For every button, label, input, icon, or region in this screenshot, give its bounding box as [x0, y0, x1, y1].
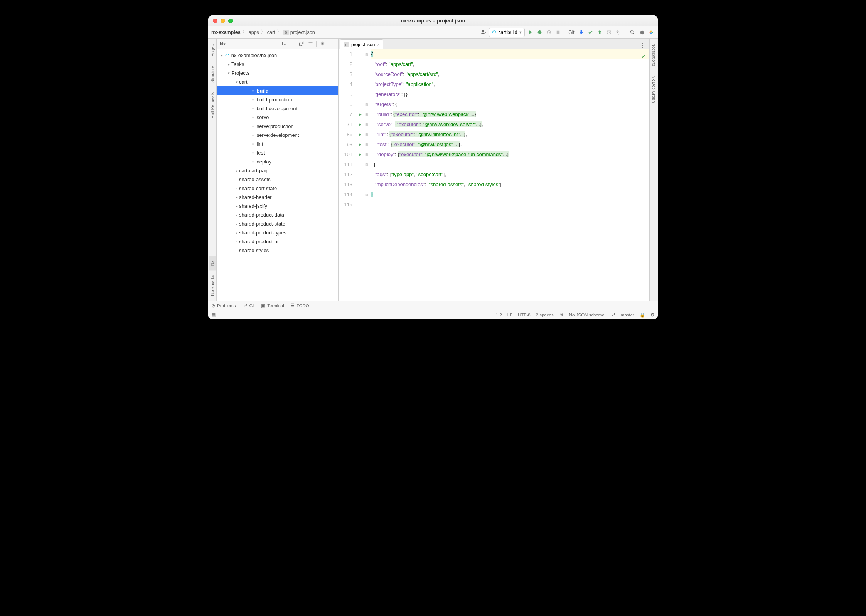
tree-target[interactable]: ○ test	[217, 148, 338, 157]
status-encoding[interactable]: UTF-8	[518, 313, 531, 317]
lock-icon[interactable]: 🔒	[640, 312, 645, 318]
gear-icon[interactable]	[319, 40, 326, 47]
history-icon[interactable]	[605, 29, 613, 36]
rail-tab-notifications[interactable]: Notifications	[651, 39, 657, 71]
tree-target[interactable]: ○ deploy	[217, 157, 338, 166]
tree-project[interactable]: ▸shared-header	[217, 193, 338, 202]
rollback-icon[interactable]	[614, 29, 622, 36]
tree-project[interactable]: ▸shared-product-ui	[217, 237, 338, 246]
rail-tab-bookmarks[interactable]: Bookmarks	[209, 270, 216, 301]
run-gutter-icon[interactable]: ▶	[356, 119, 364, 130]
gutter-line-numbers: 1234567718693101111112113114115	[339, 49, 356, 301]
status-indent[interactable]: 2 spaces	[536, 313, 554, 317]
ide-window: nx-examples – project.json nx-examples 〉…	[208, 15, 658, 319]
code-content[interactable]: { "root": "apps/cart", "sourceRoot": "ap…	[369, 49, 649, 301]
inspection-ok-icon[interactable]: ✔	[641, 52, 645, 62]
project-tree[interactable]: ▾ nx-examples/nx.json ▸Tasks ▾Projects ▾…	[217, 49, 338, 301]
run-config-label: cart:build	[499, 30, 517, 35]
tree-project[interactable]: shared-styles	[217, 246, 338, 255]
tree-root[interactable]: ▾ nx-examples/nx.json	[217, 51, 338, 60]
sync-icon[interactable]: ⚙	[650, 312, 655, 318]
status-caret-pos[interactable]: 1:2	[496, 313, 502, 317]
status-line-sep[interactable]: LF	[507, 313, 512, 317]
search-icon[interactable]	[628, 29, 636, 36]
tree-project[interactable]: ▸cart-cart-page	[217, 166, 338, 175]
status-bar: ▤ 1:2 LF UTF-8 2 spaces 🖺 No JSON schema…	[208, 310, 658, 319]
run-icon[interactable]	[526, 29, 534, 36]
settings-icon[interactable]	[638, 29, 645, 36]
right-tool-rail: Notifications Nx Dep Graph	[649, 39, 658, 301]
close-tab-icon[interactable]: ×	[377, 42, 379, 47]
rail-tab-nx-dep-graph[interactable]: Nx Dep Graph	[651, 71, 657, 107]
main-area: Project Structure Pull Requests Nx Bookm…	[208, 39, 658, 301]
tree-project[interactable]: ▸shared-product-state	[217, 219, 338, 228]
code-editor[interactable]: 1234567718693101111112113114115 ▶ ▶ ▶ ▶ …	[339, 49, 649, 301]
breadcrumb-item[interactable]: cart	[267, 30, 275, 35]
refresh-icon[interactable]	[298, 40, 305, 47]
left-tool-rail: Project Structure Pull Requests Nx Bookm…	[208, 39, 217, 301]
breadcrumb-item[interactable]: apps	[249, 30, 259, 35]
debug-icon[interactable]	[536, 29, 543, 36]
nx-tool-window: Nx ▾ ▾ nx-examples/nx.json ▸Tasks ▾Proje…	[217, 39, 339, 301]
breadcrumb-file[interactable]: project.json	[290, 30, 315, 35]
nx-icon	[492, 30, 497, 35]
tree-project[interactable]: shared-assets	[217, 175, 338, 184]
breadcrumb[interactable]: nx-examples 〉 apps 〉 cart 〉 project.json	[211, 29, 315, 35]
svg-rect-1	[557, 31, 560, 34]
tree-project[interactable]: ▸shared-product-data	[217, 210, 338, 219]
add-icon[interactable]: ▾	[279, 40, 286, 47]
tool-window-title: Nx	[220, 41, 226, 47]
fold-strip[interactable]: ⊟⊟ ⊞⊞⊞⊞⊞ ⊟⊟	[364, 49, 369, 301]
quick-list-icon[interactable]: ▤	[211, 312, 216, 318]
stop-icon[interactable]	[554, 29, 562, 36]
tab-git[interactable]: ⎇Git	[242, 303, 255, 308]
tab-terminal[interactable]: ▣Terminal	[261, 303, 284, 308]
git-label: Git:	[568, 30, 576, 35]
editor-tab[interactable]: project.json ×	[340, 39, 383, 49]
rail-tab-project[interactable]: Project	[209, 39, 216, 61]
ide-logo-icon[interactable]	[647, 29, 655, 36]
tab-problems[interactable]: ⊘Problems	[211, 303, 236, 308]
status-schema[interactable]: No JSON schema	[569, 313, 605, 317]
titlebar: nx-examples – project.json	[208, 15, 658, 26]
editor-tabbar: project.json × ⋮	[339, 39, 649, 49]
run-gutter-icon[interactable]: ▶	[356, 140, 364, 150]
vcs-commit-icon[interactable]	[586, 29, 594, 36]
tree-project[interactable]: ▸shared-jsxify	[217, 202, 338, 210]
rail-tab-pull-requests[interactable]: Pull Requests	[209, 88, 216, 123]
rail-tab-nx[interactable]: Nx	[209, 256, 216, 270]
tree-target[interactable]: ○ lint	[217, 140, 338, 148]
tree-projects[interactable]: ▾Projects	[217, 69, 338, 77]
vcs-update-icon[interactable]	[577, 29, 585, 36]
status-branch[interactable]: master	[621, 313, 634, 317]
tree-target-build[interactable]: ○ build	[217, 86, 338, 95]
gutter-run-icons: ▶ ▶ ▶ ▶ ▶	[356, 49, 364, 301]
tree-target[interactable]: ○ build:development	[217, 104, 338, 113]
run-gutter-icon[interactable]: ▶	[356, 150, 364, 160]
run-config-selector[interactable]: cart:build ▼	[489, 28, 525, 37]
run-gutter-icon[interactable]: ▶	[356, 109, 364, 119]
rail-tab-structure[interactable]: Structure	[209, 61, 216, 88]
minimize-tool-icon[interactable]	[328, 40, 335, 47]
tree-project[interactable]: ▸shared-cart-state	[217, 184, 338, 193]
filter-icon[interactable]	[307, 40, 314, 47]
tree-target[interactable]: ○ serve:development	[217, 131, 338, 140]
coverage-icon[interactable]	[545, 29, 553, 36]
tab-todo[interactable]: ☰TODO	[290, 303, 309, 308]
vcs-push-icon[interactable]	[596, 29, 603, 36]
tree-cart[interactable]: ▾cart	[217, 77, 338, 86]
navbar: nx-examples 〉 apps 〉 cart 〉 project.json…	[208, 26, 658, 39]
breadcrumb-root[interactable]: nx-examples	[211, 30, 241, 35]
user-icon[interactable]: ▾	[480, 29, 487, 36]
tree-target[interactable]: ○ serve:production	[217, 122, 338, 131]
bottom-tool-tabs: ⊘Problems ⎇Git ▣Terminal ☰TODO	[208, 301, 658, 310]
tree-target[interactable]: ○ serve	[217, 113, 338, 122]
tree-project[interactable]: ▸shared-product-types	[217, 228, 338, 237]
editor-area: project.json × ⋮ 12345677186931011111121…	[339, 39, 649, 301]
tree-tasks[interactable]: ▸Tasks	[217, 60, 338, 69]
tab-label: project.json	[351, 42, 375, 47]
tab-more-icon[interactable]: ⋮	[635, 42, 649, 49]
run-gutter-icon[interactable]: ▶	[356, 130, 364, 140]
remove-icon[interactable]	[288, 40, 295, 47]
tree-target[interactable]: ○ build:production	[217, 95, 338, 104]
